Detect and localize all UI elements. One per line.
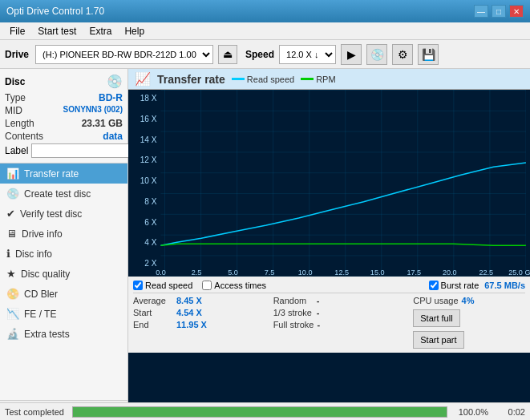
save-icon-button[interactable]: 💾: [418, 44, 439, 65]
legend-read-color: [232, 78, 245, 80]
main-area: Disc 💿 Type BD-R MID SONYNN3 (002) Lengt…: [0, 69, 530, 420]
progress-bar-fill: [73, 407, 447, 417]
svg-text:4 X: 4 X: [144, 238, 156, 247]
svg-text:0.0: 0.0: [156, 269, 166, 277]
burst-rate-checkbox-label: Burst rate: [441, 281, 479, 290]
sidebar-item-drive-info[interactable]: 🖥Drive info: [0, 224, 127, 244]
svg-text:8 X: 8 X: [144, 197, 156, 206]
svg-text:22.5: 22.5: [479, 269, 493, 277]
disc-title: Disc: [5, 76, 25, 87]
svg-text:10 X: 10 X: [140, 176, 157, 185]
contents-label: Contents: [5, 131, 43, 142]
menu-item-file[interactable]: File: [3, 24, 31, 38]
chart-checkboxes: Read speed Access times Burst rate 67.5 …: [133, 278, 525, 293]
eject-button[interactable]: ⏏: [218, 45, 237, 64]
length-value: 23.31 GB: [82, 118, 123, 129]
svg-text:2 X: 2 X: [144, 259, 156, 268]
sidebar-item-cd-bler[interactable]: 📀CD Bler: [0, 284, 127, 304]
sidebar-label-fe-te: FE / TE: [24, 309, 56, 320]
extra-tests-icon: 🔬: [6, 328, 19, 340]
average-value: 8.45 X: [176, 296, 208, 305]
svg-text:5.0: 5.0: [228, 269, 238, 277]
svg-text:12.5: 12.5: [334, 269, 349, 277]
start-label: Start: [133, 308, 173, 317]
svg-text:17.5: 17.5: [407, 269, 421, 277]
chart-footer: Read speed Access times Burst rate 67.5 …: [128, 277, 530, 353]
disc-panel: Disc 💿 Type BD-R MID SONYNN3 (002) Lengt…: [0, 69, 127, 164]
verify-test-disc-icon: ✔: [6, 208, 15, 220]
read-speed-checkbox[interactable]: [133, 281, 143, 290]
status-text: Test completed: [5, 407, 64, 417]
svg-text:16 X: 16 X: [140, 115, 157, 123]
elapsed-time: 0:02: [493, 407, 525, 417]
sidebar-label-create-test-disc: Create test disc: [24, 188, 91, 200]
sidebar-item-verify-test-disc[interactable]: ✔Verify test disc: [0, 204, 127, 224]
length-label: Length: [5, 118, 34, 129]
random-label: Random: [273, 296, 314, 305]
drive-select[interactable]: (H:) PIONEER BD-RW BDR-212D 1.00: [35, 45, 213, 64]
settings-icon-button[interactable]: ⚙: [392, 44, 413, 65]
chart-icon: 📈: [135, 71, 151, 87]
legend-read-speed: Read speed: [232, 75, 294, 84]
checkbox-access-times[interactable]: Access times: [202, 281, 266, 290]
menu-item-start-test[interactable]: Start test: [31, 24, 83, 38]
end-value: 11.95 X: [176, 320, 208, 329]
type-label: Type: [5, 92, 26, 103]
chart-svg: 18 X 16 X 14 X 12 X 10 X 8 X 6 X 4 X 2 X…: [128, 90, 530, 277]
burst-rate-value: 67.5 MB/s: [484, 281, 525, 290]
start-row: Start 4.54 X: [133, 308, 273, 317]
maximize-button[interactable]: □: [492, 5, 506, 18]
svg-text:14 X: 14 X: [140, 135, 157, 144]
stroke2-label: Full stroke: [273, 320, 314, 329]
disc-quality-icon: ★: [6, 268, 16, 280]
start-full-button[interactable]: Start full: [413, 309, 459, 327]
menu-item-extra[interactable]: Extra: [83, 24, 118, 38]
average-row: Average 8.45 X: [133, 296, 273, 305]
drive-info-icon: 🖥: [6, 228, 17, 240]
sidebar-item-fe-te[interactable]: 📉FE / TE: [0, 304, 127, 324]
checkbox-read-speed[interactable]: Read speed: [133, 281, 192, 290]
close-button[interactable]: ✕: [509, 5, 524, 18]
sidebar-item-disc-info[interactable]: ℹDisc info: [0, 244, 127, 264]
window-controls: — □ ✕: [474, 5, 524, 18]
sidebar: Disc 💿 Type BD-R MID SONYNN3 (002) Lengt…: [0, 69, 128, 420]
chart-area: 📈 Transfer rate Read speed RPM: [128, 69, 530, 420]
start-part-button[interactable]: Start part: [413, 331, 463, 349]
contents-value: data: [103, 131, 123, 142]
sidebar-item-extra-tests[interactable]: 🔬Extra tests: [0, 324, 127, 344]
average-label: Average: [133, 296, 173, 305]
sidebar-item-transfer-rate[interactable]: 📊Transfer rate: [0, 164, 127, 184]
read-speed-checkbox-label: Read speed: [145, 281, 192, 290]
transfer-rate-icon: 📊: [6, 168, 19, 180]
chart-title: Transfer rate: [157, 73, 225, 86]
disc-icon: 💿: [107, 74, 123, 89]
burst-rate-checkbox[interactable]: [429, 281, 439, 290]
cd-bler-icon: 📀: [6, 288, 19, 300]
sidebar-label-cd-bler: CD Bler: [24, 289, 58, 300]
stats-col3: CPU usage 4% Start full Start part: [413, 296, 525, 349]
end-row: End 11.95 X: [133, 320, 273, 329]
menu-item-help[interactable]: Help: [118, 24, 151, 38]
sidebar-item-disc-quality[interactable]: ★Disc quality: [0, 264, 127, 284]
start-icon-button[interactable]: ▶: [341, 44, 362, 65]
stroke1-row: 1/3 stroke -: [273, 308, 414, 317]
drive-label: Drive: [5, 49, 29, 60]
toolbar: Drive (H:) PIONEER BD-RW BDR-212D 1.00 ⏏…: [0, 40, 530, 69]
access-times-checkbox[interactable]: [202, 281, 212, 290]
speed-select[interactable]: 12.0 X ↓: [279, 45, 336, 64]
stroke2-value: -: [317, 320, 349, 329]
mid-value: SONYNN3 (002): [63, 105, 123, 116]
access-times-checkbox-label: Access times: [214, 281, 266, 290]
random-value: -: [317, 296, 349, 305]
checkbox-burst-rate[interactable]: Burst rate 67.5 MB/s: [429, 281, 525, 290]
sidebar-item-create-test-disc[interactable]: 💿Create test disc: [0, 184, 127, 204]
chart-stats: Average 8.45 X Start 4.54 X End 11.95 X: [133, 293, 525, 351]
menubar: FileStart testExtraHelp: [0, 22, 530, 40]
cpu-value: 4%: [462, 296, 494, 305]
progress-percent: 100.0%: [452, 407, 488, 417]
disc-info-icon: ℹ: [6, 248, 10, 260]
disc-icon-button[interactable]: 💿: [366, 44, 387, 65]
svg-text:2.5: 2.5: [192, 269, 202, 277]
stats-col1: Average 8.45 X Start 4.54 X End 11.95 X: [133, 296, 273, 349]
minimize-button[interactable]: —: [474, 5, 488, 18]
